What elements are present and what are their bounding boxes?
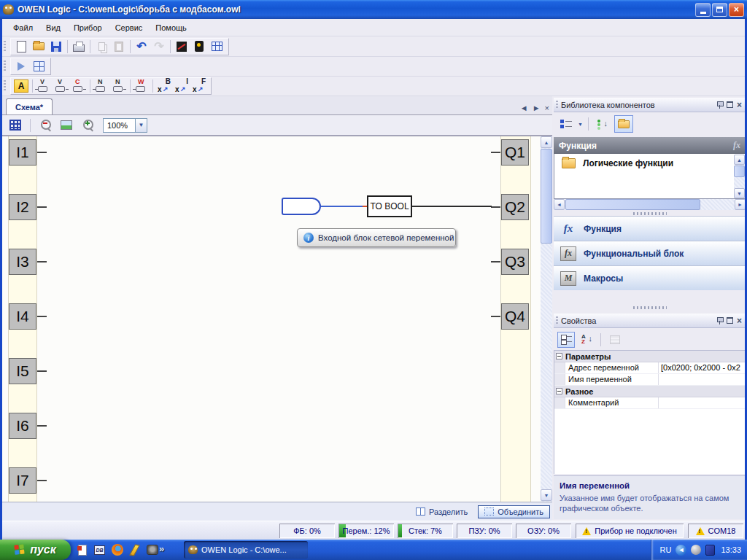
library-section-function-blocks[interactable]: fxФункциональный блок [554,241,746,265]
output-port-q4[interactable]: Q4 [501,303,529,330]
input-port-i7[interactable]: I7 [9,467,36,494]
library-section-macros[interactable]: MМакросы [554,265,746,290]
firefox-icon[interactable] [111,544,123,556]
library-vertical-scrollbar[interactable]: ▲ ▼ [734,155,745,198]
input-port-i4[interactable]: I4 [9,303,36,330]
function-blocks-button[interactable] [30,58,47,74]
run-simulation-button[interactable] [12,58,30,74]
tab-schema[interactable]: Схема* [6,98,53,114]
maximize-button[interactable] [712,3,727,17]
hide-icons-chevron-icon[interactable]: ◄ [676,545,686,556]
scroll-up-icon[interactable]: ▲ [541,136,552,148]
output-port-q1[interactable]: Q1 [501,139,529,166]
maximize-panel-icon[interactable] [727,317,733,324]
tab-scroll-right-icon[interactable]: ► [533,104,541,112]
close-panel-icon[interactable]: × [737,101,742,109]
property-row[interactable]: Имя переменной [554,374,745,386]
property-value[interactable] [659,397,745,408]
input-port-i3[interactable]: I3 [9,249,36,275]
merge-view-button[interactable]: Объединить [478,505,550,518]
device-tray-icon[interactable] [705,545,715,556]
view-mode-button[interactable] [557,116,575,132]
toolbar-grip[interactable] [4,80,6,92]
toggle-grid-button[interactable] [7,117,24,133]
toolbar-grip[interactable] [4,61,6,72]
lightning-icon[interactable] [128,544,141,556]
toolbar-grip[interactable] [4,41,6,52]
doc-icon[interactable] [76,544,88,556]
sort-button[interactable] [594,116,611,132]
open-file-button[interactable] [30,39,47,55]
scrollbar-thumb[interactable] [541,149,552,244]
drag-grip[interactable] [556,101,558,109]
insert-b-button[interactable]: x↗B [155,78,173,94]
db-icon[interactable] [93,544,106,556]
menu-item[interactable]: Помощь [149,21,193,34]
schema-canvas[interactable]: I1I2I3I4I5I6I7Q1Q2Q3Q4 TO BOOL i Входной… [2,136,552,502]
splitter-grip[interactable] [633,212,667,215]
canvas-vertical-scrollbar[interactable]: ▲ ▼ [541,136,552,502]
menu-item[interactable]: Прибор [67,21,109,34]
library-item[interactable]: Логические функции [554,154,745,168]
insert-v-button[interactable]: V [53,78,70,94]
property-row[interactable]: Адрес переменной[0x0200; 0x2000 - 0x2 [554,362,745,374]
menu-item[interactable]: Сервис [109,21,150,34]
volume-icon[interactable] [691,545,701,555]
paste-button[interactable] [110,39,128,55]
fit-page-button[interactable] [58,117,75,133]
tab-close-icon[interactable]: × [545,104,549,112]
output-port-q2[interactable]: Q2 [501,194,529,220]
to-bool-block[interactable]: TO BOOL [367,195,412,217]
scroll-left-icon[interactable]: ◄ [554,199,565,210]
property-value[interactable] [659,374,745,385]
insert-a-button[interactable]: A [12,78,30,94]
property-category[interactable]: Параметры [554,351,745,362]
splitter-grip[interactable] [633,306,667,309]
property-row[interactable]: Комментарий [554,397,745,409]
property-pages-button[interactable] [606,332,624,348]
input-port-i5[interactable]: I5 [9,358,36,384]
collapse-icon[interactable] [556,353,562,359]
input-port-i1[interactable]: I1 [9,139,36,166]
minimize-button[interactable] [695,3,711,17]
zoom-in-button[interactable] [79,117,96,133]
insert-n-button[interactable]: N [93,78,110,94]
view-mode-dropdown-icon[interactable]: ▼ [578,122,583,127]
drag-grip[interactable] [556,316,558,325]
undo-button[interactable]: ↶ [133,39,150,55]
split-view-button[interactable]: Разделить [410,506,473,518]
zoom-out-button[interactable] [36,117,54,133]
device-config-button[interactable] [173,39,190,55]
taskbar-task-button[interactable]: OWEN Logic - C:\owe... [184,541,308,559]
library-horizontal-scrollbar[interactable]: ◄ ► [554,199,746,210]
redo-button[interactable]: ↷ [150,39,168,55]
insert-i-button[interactable]: x↗I [173,78,190,94]
device-info-button[interactable] [190,39,208,55]
input-port-i6[interactable]: I6 [9,413,36,439]
pin-icon[interactable] [716,316,723,325]
menu-item[interactable]: Вид [39,21,67,34]
menu-item[interactable]: Файл [7,21,39,34]
insert-n-button[interactable]: N [110,78,128,94]
collapse-icon[interactable] [556,388,562,394]
insert-f-button[interactable]: x↗F [190,78,208,94]
quick-launch-chevron[interactable]: » [159,543,164,554]
scrollbar-thumb[interactable] [734,166,745,177]
output-port-q3[interactable]: Q3 [501,249,529,275]
input-port-i2[interactable]: I2 [9,194,36,220]
library-section-functions[interactable]: fxФункция [554,216,746,241]
app-icon[interactable] [146,544,158,556]
start-button[interactable]: пуск [0,540,71,560]
insert-w-button[interactable]: W [133,78,150,94]
insert-v-button[interactable]: V [35,78,53,94]
folders-view-button[interactable] [614,115,633,133]
tab-scroll-left-icon[interactable]: ◄ [520,104,528,112]
close-button[interactable]: × [729,3,744,17]
variables-table-button[interactable] [208,39,225,55]
print-button[interactable] [70,39,88,55]
language-indicator[interactable]: RU [660,545,672,554]
zoom-dropdown-button[interactable]: ▼ [135,118,147,133]
maximize-panel-icon[interactable] [727,101,733,108]
scroll-up-icon[interactable]: ▲ [734,155,745,165]
pin-icon[interactable] [716,101,723,109]
